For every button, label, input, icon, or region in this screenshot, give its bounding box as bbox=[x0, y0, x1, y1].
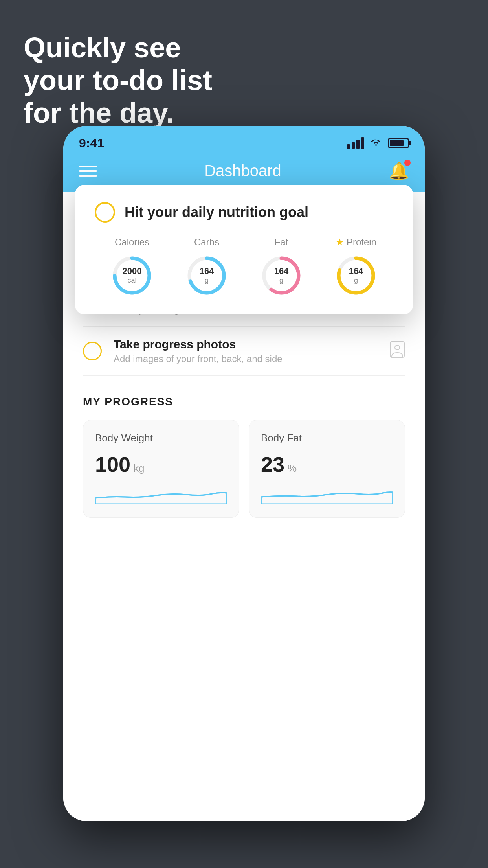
todo-text-photos: Take progress photos Add images of your … bbox=[114, 338, 378, 364]
calories-unit: cal bbox=[123, 276, 142, 285]
signal-icon bbox=[347, 137, 364, 149]
calories-donut: 2000 cal bbox=[110, 254, 154, 297]
body-fat-title: Body Fat bbox=[261, 432, 393, 444]
background-headline: Quickly see your to-do list for the day. bbox=[24, 31, 212, 129]
nutrition-calories: Calories 2000 cal bbox=[110, 237, 154, 297]
protein-label: ★ Protein bbox=[336, 237, 376, 248]
todo-item-photos[interactable]: Take progress photos Add images of your … bbox=[83, 327, 405, 376]
body-weight-unit: kg bbox=[134, 462, 144, 474]
hamburger-menu[interactable] bbox=[79, 166, 97, 177]
fat-label: Fat bbox=[275, 237, 288, 248]
body-fat-chart bbox=[261, 484, 393, 504]
notification-dot bbox=[404, 160, 411, 166]
nutrition-protein: ★ Protein 164 g bbox=[334, 237, 378, 297]
battery-icon bbox=[388, 138, 409, 148]
nutrition-fat: Fat 164 g bbox=[260, 237, 303, 297]
portrait-icon bbox=[389, 341, 405, 362]
status-bar: 9:41 bbox=[63, 126, 425, 153]
calories-label: Calories bbox=[115, 237, 149, 248]
wifi-icon bbox=[370, 137, 382, 149]
nutrition-circles: Calories 2000 cal Carbs bbox=[95, 237, 393, 297]
nutrition-card: Hit your daily nutrition goal Calories 2… bbox=[75, 185, 413, 314]
protein-star-icon: ★ bbox=[336, 237, 344, 248]
todo-subtitle-photos: Add images of your front, back, and side bbox=[114, 353, 378, 364]
body-weight-chart bbox=[95, 484, 227, 504]
notification-bell[interactable]: 🔔 bbox=[389, 161, 409, 180]
protein-unit: g bbox=[349, 276, 363, 285]
nutrition-card-header: Hit your daily nutrition goal bbox=[95, 202, 393, 223]
body-fat-unit: % bbox=[288, 462, 297, 474]
body-weight-value-row: 100 kg bbox=[95, 452, 227, 476]
protein-donut: 164 g bbox=[334, 254, 378, 297]
carbs-value: 164 bbox=[200, 266, 214, 276]
body-weight-value: 100 bbox=[95, 452, 130, 476]
status-time: 9:41 bbox=[79, 136, 104, 151]
nutrition-card-title: Hit your daily nutrition goal bbox=[125, 204, 308, 221]
fat-unit: g bbox=[274, 276, 289, 285]
fat-donut: 164 g bbox=[260, 254, 303, 297]
body-fat-card[interactable]: Body Fat 23 % bbox=[249, 420, 405, 518]
status-icons bbox=[347, 137, 409, 149]
progress-heading: MY PROGRESS bbox=[83, 395, 405, 408]
progress-section: MY PROGRESS Body Weight 100 kg Body Fat bbox=[63, 376, 425, 533]
nutrition-circle-check bbox=[95, 202, 115, 223]
fat-value: 164 bbox=[274, 266, 289, 276]
nutrition-carbs: Carbs 164 g bbox=[185, 237, 228, 297]
carbs-unit: g bbox=[200, 276, 214, 285]
body-fat-value: 23 bbox=[261, 452, 284, 476]
calories-value: 2000 bbox=[123, 266, 142, 276]
header-title: Dashboard bbox=[204, 162, 281, 180]
protein-value: 164 bbox=[349, 266, 363, 276]
body-weight-card[interactable]: Body Weight 100 kg bbox=[83, 420, 239, 518]
body-weight-title: Body Weight bbox=[95, 432, 227, 444]
todo-circle-photos bbox=[83, 342, 102, 360]
carbs-donut: 164 g bbox=[185, 254, 228, 297]
progress-cards: Body Weight 100 kg Body Fat 23 % bbox=[83, 420, 405, 518]
todo-title-photos: Take progress photos bbox=[114, 338, 378, 351]
svg-point-5 bbox=[395, 345, 400, 350]
body-fat-value-row: 23 % bbox=[261, 452, 393, 476]
carbs-label: Carbs bbox=[194, 237, 219, 248]
